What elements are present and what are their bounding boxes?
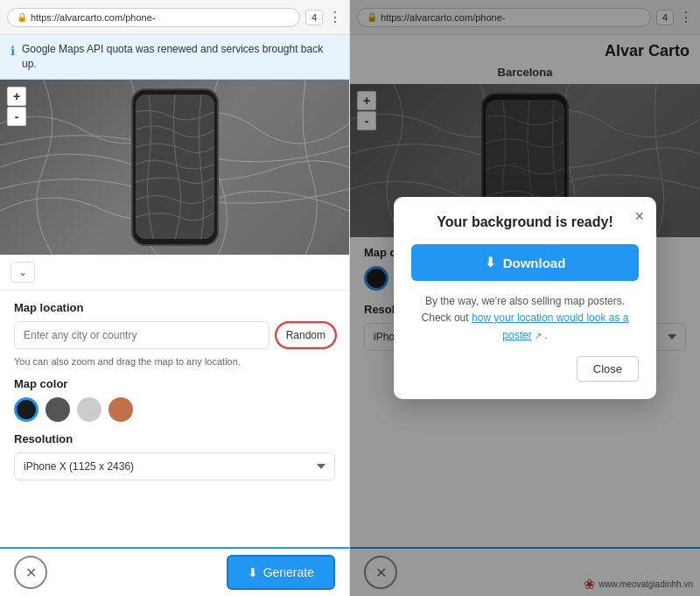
color-swatches-left xyxy=(14,397,335,422)
cancel-btn-left[interactable]: ✕ xyxy=(14,556,47,589)
modal-close-btn[interactable]: Close xyxy=(577,356,639,382)
location-input[interactable] xyxy=(14,321,270,349)
generate-btn[interactable]: ⬇ Generate xyxy=(227,555,335,590)
map-zoom-controls: + - xyxy=(7,87,26,126)
random-btn[interactable]: Random xyxy=(276,323,335,347)
left-menu-dots[interactable]: ⋮ xyxy=(328,9,342,25)
color-swatch-black[interactable] xyxy=(14,397,38,422)
color-swatch-rust[interactable] xyxy=(108,397,133,422)
lock-icon: 🔒 xyxy=(17,12,27,22)
notification-banner: ℹ Google Maps API quota was renewed and … xyxy=(0,35,349,80)
left-panel: 🔒 https://alvarcarto.com/phone- 4 ⋮ ℹ Go… xyxy=(0,0,350,596)
left-url-text: https://alvarcarto.com/phone- xyxy=(31,12,155,23)
hint-text: You can also zoom and drag the map to an… xyxy=(14,356,335,367)
modal-download-icon: ⬇ xyxy=(485,255,496,270)
modal-body-text: By the way, we're also selling map poste… xyxy=(411,293,639,344)
phone-map xyxy=(136,95,214,239)
left-form-content: Map location Random You can also zoom an… xyxy=(0,291,349,547)
modal-box: × Your background is ready! ⬇ Download B… xyxy=(394,197,656,399)
zoom-out-btn[interactable]: - xyxy=(7,107,26,126)
modal-overlay[interactable]: × Your background is ready! ⬇ Download B… xyxy=(350,0,700,596)
phone-mockup-left xyxy=(131,88,219,246)
zoom-in-btn[interactable]: + xyxy=(7,87,26,106)
location-input-row: Random xyxy=(14,321,335,349)
left-tab-count[interactable]: 4 xyxy=(305,10,323,25)
external-link-icon: ↗ xyxy=(535,331,542,340)
modal-poster-link[interactable]: how your location would look as a poster xyxy=(472,312,628,340)
chevron-down-btn[interactable]: ⌄ xyxy=(10,262,35,283)
chevron-down-wrapper: ⌄ xyxy=(0,255,349,291)
modal-close-x[interactable]: × xyxy=(634,207,644,226)
modal-footer: Close xyxy=(411,356,639,382)
modal-download-label: Download xyxy=(503,256,566,270)
color-swatch-light-gray[interactable] xyxy=(77,397,102,422)
map-color-label-left: Map color xyxy=(14,377,335,390)
resolution-label-left: Resolution xyxy=(14,432,335,445)
left-map-container[interactable]: + - xyxy=(0,80,349,255)
notification-text: Google Maps API quota was renewed and se… xyxy=(22,42,339,72)
phone-screen-left xyxy=(136,95,214,239)
left-bottom-bar: ✕ ⬇ Generate xyxy=(0,547,349,596)
color-swatch-dark-gray[interactable] xyxy=(46,397,70,422)
resolution-select-left[interactable]: iPhone X (1125 x 2436) xyxy=(14,452,335,480)
left-url-bar[interactable]: 🔒 https://alvarcarto.com/phone- xyxy=(7,8,300,27)
svg-rect-0 xyxy=(136,95,214,239)
right-panel: 🔒 https://alvarcarto.com/phone- 4 ⋮ Alva… xyxy=(350,0,700,596)
map-location-label: Map location xyxy=(14,301,335,314)
left-browser-bar: 🔒 https://alvarcarto.com/phone- 4 ⋮ xyxy=(0,0,349,35)
modal-download-btn[interactable]: ⬇ Download xyxy=(411,244,639,281)
generate-download-icon: ⬇ xyxy=(248,565,258,579)
info-icon: ℹ xyxy=(10,43,15,60)
modal-title: Your background is ready! xyxy=(411,214,639,230)
generate-label: Generate xyxy=(263,565,314,579)
